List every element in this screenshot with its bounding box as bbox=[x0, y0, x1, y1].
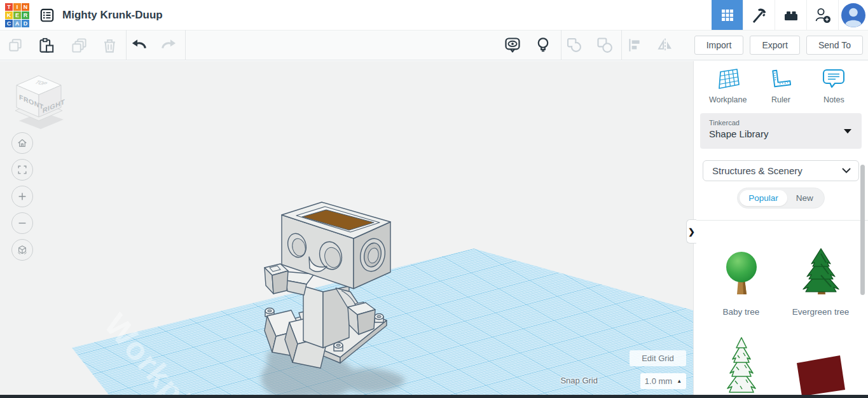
copy-button[interactable] bbox=[6, 36, 24, 54]
perspective-toggle-button[interactable] bbox=[11, 239, 33, 261]
category-select[interactable]: Structures & Scenery bbox=[703, 160, 859, 181]
chevron-right-icon: ❯ bbox=[688, 227, 695, 237]
grid-icon bbox=[720, 8, 735, 23]
minecraft-export-button[interactable] bbox=[743, 0, 775, 30]
shape-library-dropdown[interactable]: Tinkercad Shape Library bbox=[700, 113, 862, 149]
paste-button[interactable] bbox=[37, 36, 55, 54]
shape-label: Baby tree bbox=[723, 307, 760, 317]
invite-collaborator-button[interactable] bbox=[806, 0, 838, 30]
edit-grid-button[interactable]: Edit Grid bbox=[630, 350, 686, 366]
show-all-button[interactable] bbox=[534, 36, 552, 54]
duplicate-icon bbox=[71, 37, 88, 54]
minus-icon bbox=[16, 217, 29, 230]
ungroup-button[interactable] bbox=[596, 36, 614, 54]
library-brand: Tinkercad bbox=[709, 119, 740, 127]
shape-tile-evergreen-tree[interactable]: Evergreen tree bbox=[781, 237, 860, 317]
logo-letter: T bbox=[5, 3, 13, 11]
design-properties-button[interactable] bbox=[38, 6, 56, 24]
tool-label: Workplane bbox=[709, 95, 747, 104]
panel-collapse-button[interactable]: ❯ bbox=[686, 219, 696, 244]
shape-sort-toggle: Popular New bbox=[737, 188, 825, 209]
tinkercad-app: T I N K E R C A D Mighty Krunk-Duup bbox=[0, 0, 868, 398]
trash-icon bbox=[101, 37, 118, 54]
align-icon bbox=[626, 37, 643, 53]
logo-letter: I bbox=[13, 3, 21, 11]
zoom-in-button[interactable] bbox=[11, 186, 33, 207]
brick-export-button[interactable] bbox=[775, 0, 806, 30]
delete-button[interactable] bbox=[100, 36, 118, 54]
shapes-panel: Workplane Ruler Notes bbox=[693, 61, 868, 398]
workplane-grid-icon bbox=[715, 67, 741, 92]
notes-tool-button[interactable]: Notes bbox=[811, 67, 856, 104]
shape-tile-red-plane[interactable] bbox=[781, 336, 860, 398]
send-to-button[interactable]: Send To bbox=[806, 36, 863, 55]
snap-grid-value: 1.0 mm bbox=[645, 376, 672, 386]
tab-new[interactable]: New bbox=[787, 190, 822, 206]
properties-list-icon bbox=[39, 7, 55, 24]
tinkercad-logo[interactable]: T I N K E R C A D bbox=[5, 3, 29, 27]
evergreen-tree-icon bbox=[797, 247, 845, 298]
panel-scrollbar[interactable] bbox=[860, 165, 865, 295]
logo-letter: K bbox=[5, 11, 13, 19]
mirror-flip-icon bbox=[656, 36, 674, 54]
group-button[interactable] bbox=[565, 36, 583, 54]
show-hide-button[interactable] bbox=[504, 36, 521, 54]
logo-letter: A bbox=[13, 20, 21, 27]
workplane-tool-button[interactable]: Workplane bbox=[706, 67, 750, 104]
baby-tree-icon bbox=[722, 251, 761, 298]
chevron-down-icon bbox=[842, 168, 851, 174]
align-button[interactable] bbox=[626, 36, 644, 54]
viewport-3d[interactable]: Workplane bbox=[0, 61, 693, 398]
user-avatar[interactable] bbox=[838, 0, 868, 30]
dashboard-grid-button[interactable] bbox=[712, 0, 743, 30]
ruler-tool-button[interactable]: Ruler bbox=[759, 67, 803, 104]
scene: Workplane bbox=[0, 61, 693, 398]
notes-icon bbox=[821, 67, 846, 92]
home-icon bbox=[16, 137, 29, 149]
pickaxe-icon bbox=[751, 7, 768, 24]
toolbar: Import Export Send To bbox=[0, 30, 868, 60]
ungroup-icon bbox=[596, 36, 614, 54]
shape-label: Evergreen tree bbox=[792, 307, 849, 317]
copy-icon bbox=[7, 37, 24, 53]
import-button[interactable]: Import bbox=[694, 36, 744, 55]
mirror-button[interactable] bbox=[656, 36, 674, 54]
tab-popular[interactable]: Popular bbox=[740, 190, 787, 206]
undo-button[interactable] bbox=[130, 36, 148, 54]
snap-grid-dropdown[interactable]: 1.0 mm ▲ bbox=[640, 373, 686, 389]
avatar-icon bbox=[841, 3, 866, 28]
ruler-icon bbox=[768, 67, 794, 92]
red-plane-icon bbox=[794, 353, 848, 397]
undo-icon bbox=[130, 36, 148, 54]
zoom-out-button[interactable] bbox=[11, 212, 33, 234]
logo-letter: N bbox=[22, 3, 29, 11]
export-button[interactable]: Export bbox=[750, 36, 799, 55]
bottom-edge-bar bbox=[0, 395, 868, 398]
tool-label: Ruler bbox=[771, 95, 790, 104]
grid-controls: Edit Grid Snap Grid 1.0 mm ▲ bbox=[413, 350, 693, 398]
library-name: Shape Library bbox=[709, 128, 768, 139]
redo-icon bbox=[160, 36, 177, 54]
redo-button[interactable] bbox=[160, 36, 177, 54]
design-title[interactable]: Mighty Krunk-Duup bbox=[62, 9, 163, 22]
header: T I N K E R C A D Mighty Krunk-Duup bbox=[0, 0, 868, 30]
group-icon bbox=[565, 36, 583, 54]
plus-icon bbox=[16, 190, 29, 203]
header-app-switcher bbox=[712, 0, 868, 30]
person-add-icon bbox=[814, 6, 831, 24]
shape-gallery: Baby tree Evergreen tree bbox=[694, 220, 868, 398]
fit-view-icon bbox=[16, 163, 29, 176]
logo-letter: E bbox=[13, 11, 21, 19]
view-controls bbox=[11, 132, 33, 261]
perspective-cube-icon bbox=[16, 244, 29, 256]
shape-tile-snowy-tree[interactable] bbox=[701, 336, 781, 398]
caret-down-icon bbox=[844, 129, 851, 134]
duplicate-button[interactable] bbox=[70, 36, 88, 54]
snap-grid-label: Snap Grid bbox=[560, 376, 598, 385]
logo-letter: D bbox=[22, 20, 29, 27]
shape-tile-baby-tree[interactable]: Baby tree bbox=[701, 237, 781, 317]
fit-view-button[interactable] bbox=[11, 159, 33, 181]
view-cube[interactable]: TOP FRONT RIGHT bbox=[10, 72, 71, 134]
home-view-button[interactable] bbox=[11, 132, 33, 154]
logo-letter: R bbox=[22, 11, 29, 19]
